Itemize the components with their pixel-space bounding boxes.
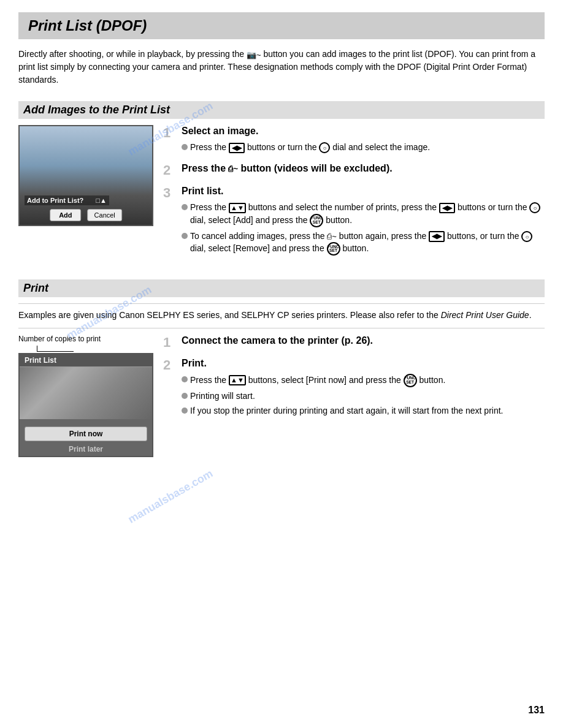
bullet-icon: [182, 376, 188, 382]
print-thumb: [20, 367, 152, 419]
bullet-item: Press the ▲▼ buttons and select the numb…: [182, 202, 545, 227]
step-2-title: Press the ⎙~ button (videos will be excl…: [182, 162, 545, 175]
func-set-icon-2: FUNCSET: [327, 242, 340, 256]
camera-screen-buttons: Add Cancel: [50, 209, 122, 221]
bullet-text: To cancel adding images, press the ⎙~ bu…: [190, 230, 545, 256]
page-number: 131: [528, 705, 545, 716]
bullet-icon: [182, 408, 188, 414]
camera-add-button: Add: [50, 209, 81, 221]
lr-arrow-icon-3: ◀▶: [429, 231, 445, 241]
copies-label: Number of copies to print: [18, 335, 101, 343]
print-step-2: 2 Print. Press the ▲▼ buttons, select [P…: [163, 357, 545, 420]
print-now-item: Print now: [25, 427, 147, 441]
print-step-1-title: Connect the camera to the printer (p. 26…: [182, 335, 545, 347]
bullet-icon: [182, 144, 188, 150]
print-steps-container: Number of copies to print Print List Pri…: [18, 335, 545, 457]
step-1-bullets: Press the ◀▶ buttons or turn the ○ dial …: [182, 142, 545, 154]
section-heading-print: Print: [18, 279, 545, 297]
dial-icon-3: ○: [521, 231, 532, 242]
bullet-text: Press the ▲▼ buttons, select [Print now]…: [190, 374, 445, 387]
func-set-icon-print: FUNCSET: [404, 374, 417, 387]
bullet-item: Press the ◀▶ buttons or turn the ○ dial …: [182, 142, 545, 154]
lr-arrow-icon: ◀▶: [229, 143, 245, 153]
print-menu: Print now Print later: [20, 425, 152, 456]
dial-icon-2: ○: [529, 202, 540, 213]
func-set-icon: FUNCSET: [310, 214, 323, 227]
print-icon-step2: ⎙~: [228, 164, 238, 175]
step-3-title: Print list.: [182, 185, 545, 198]
step-1-title: Select an image.: [182, 125, 545, 138]
copies-arrow: [18, 346, 153, 352]
bullet-icon: [182, 233, 188, 239]
bullet-item: Press the ▲▼ buttons, select [Print now]…: [182, 374, 545, 387]
add-images-camera-image: Add to Print List? □▲ Add Cancel: [18, 125, 153, 265]
print-intro-text: Examples are given using Canon SELPHY ES…: [18, 303, 545, 322]
dial-icon: ○: [319, 142, 330, 153]
print-later-item: Print later: [20, 442, 152, 456]
step-3-print-list: 3 Print list. Press the ▲▼ buttons and s…: [163, 185, 545, 259]
bullet-text: Press the ◀▶ buttons or turn the ○ dial …: [190, 142, 430, 154]
page-title-bar: Print List (DPOF): [18, 12, 545, 39]
camera-screen-add: Add to Print List? □▲ Add Cancel: [18, 125, 153, 226]
step-2-press-button: 2 Press the ⎙~ button (videos will be ex…: [163, 162, 545, 179]
step-1-select-image: 1 Select an image. Press the ◀▶ buttons …: [163, 125, 545, 156]
copies-annotation: Number of copies to print: [18, 335, 153, 343]
print-button-icon: 📷~: [247, 49, 261, 61]
print-icon-cancel: ⎙~: [327, 231, 337, 242]
print-step-2-title: Print.: [182, 357, 545, 370]
print-right-steps: 1 Connect the camera to the printer (p. …: [163, 335, 545, 457]
bullet-icon: [182, 204, 188, 210]
bullet-icon: [182, 393, 188, 399]
print-screen: Print List Print now Print later: [18, 353, 153, 457]
bullet-text: If you stop the printer during printing …: [190, 405, 503, 417]
camera-cancel-button: Cancel: [88, 209, 122, 221]
lr-arrow-icon-2: ◀▶: [439, 203, 455, 213]
bullet-item: To cancel adding images, press the ⎙~ bu…: [182, 230, 545, 256]
print-step-2-bullets: Press the ▲▼ buttons, select [Print now]…: [182, 374, 545, 417]
camera-screen-overlay: Add to Print List? □▲: [25, 195, 109, 205]
bullet-item: Printing will start.: [182, 390, 545, 403]
add-images-steps-container: Add to Print List? □▲ Add Cancel 1 Selec…: [18, 125, 545, 265]
bullet-text: Press the ▲▼ buttons and select the numb…: [190, 202, 545, 227]
intro-paragraph: Directly after shooting, or while in pla…: [18, 48, 545, 86]
ud-arrow-icon: ▲▼: [229, 203, 246, 213]
bullet-text: Printing will start.: [190, 390, 255, 403]
step-3-bullets: Press the ▲▼ buttons and select the numb…: [182, 202, 545, 256]
print-screen-header: Print List: [20, 354, 152, 367]
bullet-item: If you stop the printer during printing …: [182, 405, 545, 417]
section-heading-add-images: Add Images to the Print List: [18, 101, 545, 119]
print-section: Print Examples are given using Canon SEL…: [18, 271, 545, 457]
page-title: Print List (DPOF): [28, 17, 535, 34]
add-images-right-steps: 1 Select an image. Press the ◀▶ buttons …: [163, 125, 545, 265]
print-divider: [18, 328, 545, 328]
print-left-panel: Number of copies to print Print List Pri…: [18, 335, 153, 457]
ud-arrow-icon-print: ▲▼: [229, 375, 246, 385]
print-step-1: 1 Connect the camera to the printer (p. …: [163, 335, 545, 351]
